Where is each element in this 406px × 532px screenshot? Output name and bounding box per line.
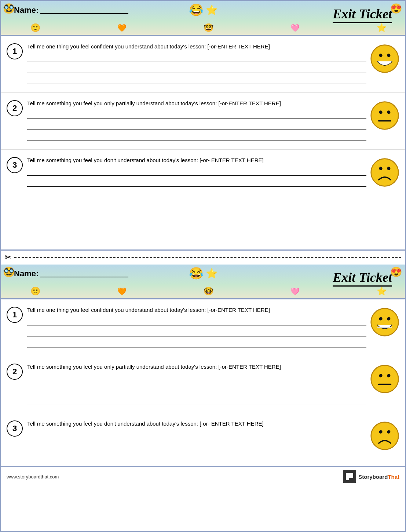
page: 🥸 😍 Name: 😂 ⭐ 🙂 🧡 🤓 🩷 ⭐ [0,0,406,532]
answer-line-b2b[interactable] [27,385,366,393]
dashed-line [14,257,401,258]
exit-ticket-title-top: Exit Ticket [333,6,392,22]
svg-point-9 [371,159,399,186]
svg-point-11 [387,167,390,170]
section-b2-emoji [366,363,399,395]
emoji-star2: ⭐ [377,23,387,33]
answer-line-1b[interactable] [27,65,366,73]
svg-point-7 [387,110,390,114]
name-underline-bottom[interactable] [40,270,128,277]
answer-line-b3a[interactable] [27,431,366,439]
happy-face-svg [370,43,399,75]
section-3-content: Tell me something you feel you don't und… [27,156,366,190]
section-2-text: Tell me something you feel you only part… [27,99,366,107]
section-b2-text: Tell me something you feel you only part… [27,363,366,371]
number-1: 1 [7,43,23,59]
svg-point-23 [387,430,390,434]
section-3-emoji [366,156,399,189]
top-half: 🥸 😍 Name: 😂 ⭐ 🙂 🧡 🤓 🩷 ⭐ [1,1,405,251]
logo-that: That [388,474,399,480]
emoji-smile-b: 🙂 [30,23,40,33]
section-3-text: Tell me something you feel you don't und… [27,156,366,164]
section-b3: 3 Tell me something you feel you don't u… [1,413,405,466]
svg-point-13 [379,317,383,320]
header-bottom-emojis-top: 🙂 🧡 🤓 🩷 ⭐ [1,23,405,33]
answer-line-2c[interactable] [27,133,366,141]
section-b2-content: Tell me something you feel you only part… [27,363,366,407]
star-emoji: ⭐ [206,4,217,16]
corner-emoji-tl: 🥸 [3,3,15,14]
header-top: 🥸 😍 Name: 😂 ⭐ 🙂 🧡 🤓 🩷 ⭐ [1,1,405,36]
sad-face-svg [370,156,399,189]
neutral-face-svg [370,99,399,132]
section-b1-emoji [366,306,399,338]
logo-storyboard: Storyboard [358,474,388,480]
name-label-top: Name: [14,6,39,15]
answer-line-b2c[interactable] [27,396,366,404]
heart-emoji-b2: 🩷 [290,287,300,296]
neutral-face-svg-b [370,363,399,395]
answer-line-3b[interactable] [27,179,366,187]
emoji-laughing: 😂 [189,3,204,17]
answer-line-1c[interactable] [27,76,366,84]
answer-line-1a[interactable] [27,54,366,62]
svg-rect-24 [346,473,353,478]
svg-point-12 [371,309,399,336]
emoji-laughing-2: 😂 [189,266,204,280]
header-bottom-emojis-b: 🙂 🧡 🤓 🩷 ⭐ [1,287,405,296]
exit-ticket-text-top: Exit Ticket [333,7,392,23]
answer-line-b1c[interactable] [27,339,366,347]
footer: www.storyboardthat.com StoryboardThat [1,466,405,486]
section-1-text: Tell me one thing you feel confident you… [27,43,366,50]
answer-line-b3b[interactable] [27,442,366,450]
section-2-emoji [366,99,399,132]
answer-line-3a[interactable] [27,168,366,176]
scissors-icon: ✂ [5,253,11,262]
number-2: 2 [7,100,23,116]
heart-emoji-b: 🧡 [117,287,127,296]
svg-point-1 [379,54,383,57]
scissors-divider: ✂ [5,251,401,265]
answer-line-b1a[interactable] [27,317,366,325]
number-b2: 2 [7,364,23,380]
svg-point-5 [371,102,399,130]
svg-point-17 [371,365,399,393]
footer-logo: StoryboardThat [343,470,399,483]
section-1: 1 Tell me one thing you feel confident y… [1,36,405,93]
sad-face-svg-b [370,420,399,452]
name-section-top: Name: [14,6,128,15]
section-b1-content: Tell me one thing you feel confident you… [27,306,366,350]
answer-line-b1b[interactable] [27,328,366,336]
footer-url: www.storyboardthat.com [7,474,59,480]
svg-rect-25 [346,478,349,480]
section-2: 2 Tell me something you feel you only pa… [1,93,405,150]
svg-point-19 [387,374,390,377]
section-1-content: Tell me one thing you feel confident you… [27,43,366,87]
number-b1: 1 [7,307,23,323]
answer-line-2a[interactable] [27,111,366,119]
heart-emoji-2: 🩷 [290,23,300,32]
svg-point-10 [379,167,383,170]
emoji-glasses: 🤓 [204,23,213,33]
answer-line-2b[interactable] [27,122,366,130]
section-b2: 2 Tell me something you feel you only pa… [1,356,405,413]
svg-point-6 [379,110,383,114]
logo-svg [345,472,354,481]
section-1-emoji [366,43,399,75]
svg-point-21 [371,422,399,450]
exit-ticket-text-bottom: Exit Ticket [333,270,392,287]
exit-ticket-title-bottom: Exit Ticket [333,270,392,285]
center-emojis-bottom: 😂 ⭐ [189,266,217,280]
section-b1-text: Tell me one thing you feel confident you… [27,306,366,314]
bottom-half: 🥸 😍 Name: 😂 ⭐ 🙂 🧡 🤓 🩷 ⭐ [1,265,405,514]
section-b3-text: Tell me something you feel you don't und… [27,420,366,427]
header-bottom: 🥸 😍 Name: 😂 ⭐ 🙂 🧡 🤓 🩷 ⭐ [1,265,405,299]
name-underline-top[interactable] [40,7,128,14]
section-2-content: Tell me something you feel you only part… [27,99,366,144]
answer-line-b2a[interactable] [27,374,366,382]
section-b1: 1 Tell me one thing you feel confident y… [1,299,405,356]
happy-face-svg-b [370,306,399,338]
name-label-bottom: Name: [14,269,39,278]
svg-point-18 [379,374,383,377]
logo-text: StoryboardThat [358,474,399,480]
